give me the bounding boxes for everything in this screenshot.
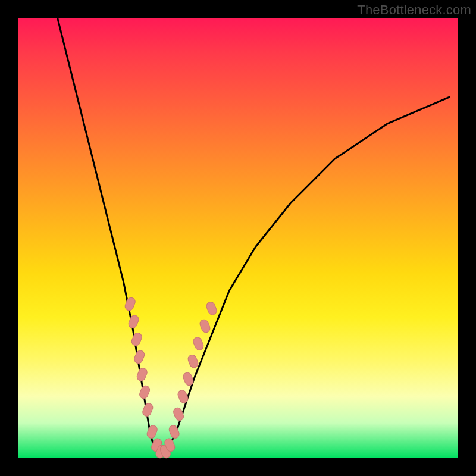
curve-marker	[138, 384, 151, 400]
curve-marker	[130, 331, 143, 347]
curve-marker	[124, 296, 136, 312]
curve-marker	[146, 424, 158, 440]
curve-marker	[136, 367, 148, 383]
curve-marker	[199, 318, 211, 334]
markers-right-group	[159, 301, 218, 459]
chart-frame: TheBottleneck.com	[0, 0, 476, 476]
chart-svg	[18, 18, 458, 458]
curve-marker	[133, 349, 146, 365]
curve-marker	[192, 336, 205, 352]
bottleneck-curve	[58, 18, 450, 454]
markers-left-group	[124, 296, 167, 459]
watermark-text: TheBottleneck.com	[357, 2, 471, 18]
curve-marker	[187, 353, 199, 369]
curve-marker	[172, 406, 184, 422]
curve-marker	[205, 301, 218, 317]
curve-marker	[177, 389, 189, 405]
curve-marker	[142, 402, 154, 418]
curve-marker	[127, 314, 140, 330]
plot-area	[18, 18, 458, 458]
